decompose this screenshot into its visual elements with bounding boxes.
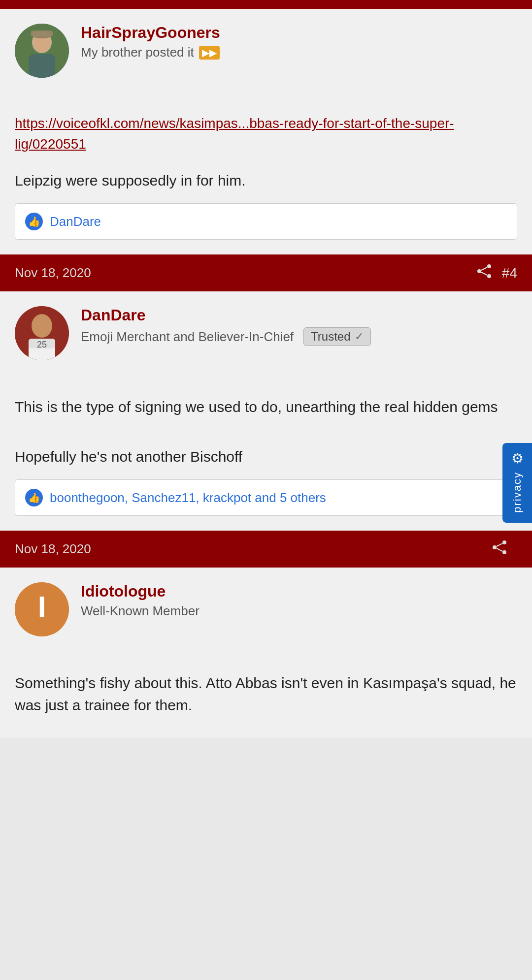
privacy-tab-container[interactable]: ⚙ privacy (502, 443, 532, 523)
post-body-dandare: This is the type of signing we used to d… (0, 381, 532, 531)
share-svg-idiotologue (492, 539, 507, 555)
subtitle-text-dandare: Emoji Merchant and Believer-In-Chief (81, 329, 294, 345)
svg-point-16 (33, 315, 51, 337)
post-tail-idiotologue (30, 646, 51, 657)
post-date-idiotologue: Nov 18, 2020 (15, 541, 91, 557)
svg-rect-5 (31, 31, 53, 36)
privacy-label: privacy (511, 472, 524, 513)
subtitle-text-hairspray: My brother posted it (81, 45, 194, 60)
reaction-names-dandare[interactable]: boonthegoon, Sanchez11, krackpot and 5 o… (50, 490, 326, 506)
post-card-hairspray: HairSprayGooners My brother posted it ▶▶… (0, 9, 532, 254)
post-text-hairspray: Leipzig were supposedly in for him. (15, 169, 517, 191)
username-dandare: DanDare (81, 306, 371, 324)
share-icon-dandare[interactable] (476, 263, 492, 283)
post-card-idiotologue: I Idiotologue Well-Known Member Somethin… (0, 568, 532, 738)
post-text2-dandare: Hopefully he's not another Bischoff (15, 445, 517, 468)
svg-point-17 (502, 540, 506, 544)
svg-text:I: I (38, 590, 46, 623)
post-text1-dandare: This is the type of signing we used to d… (15, 396, 517, 418)
share-svg-dandare (476, 263, 492, 279)
username-hairspray: HairSprayGooners (81, 24, 220, 42)
user-info-dandare: DanDare Emoji Merchant and Believer-In-C… (81, 306, 371, 346)
user-info-hairspray: HairSprayGooners My brother posted it ▶▶ (81, 24, 220, 60)
post-meta-right-dandare: #4 (476, 263, 517, 283)
username-idiotologue: Idiotologue (81, 582, 200, 601)
like-icon-hairspray: 👍 (25, 213, 43, 230)
avatar-svg-hairspray (15, 24, 69, 78)
subtitle-text-idiotologue: Well-Known Member (81, 603, 200, 619)
user-subtitle-idiotologue: Well-Known Member (81, 603, 200, 619)
svg-line-10 (481, 272, 487, 275)
user-subtitle-hairspray: My brother posted it ▶▶ (81, 45, 220, 60)
svg-rect-2 (29, 54, 55, 78)
avatar-svg-dandare: 25 (15, 306, 69, 360)
user-subtitle-dandare: Emoji Merchant and Believer-In-Chief Tru… (81, 327, 371, 346)
post-tail-dandare (30, 370, 51, 381)
post-card-dandare: 25 DanDare Emoji Merchant and Believer-I… (0, 291, 532, 531)
post-text1-idiotologue: Something's fishy about this. Atto Abbas… (15, 672, 517, 716)
forward-icon: ▶▶ (199, 46, 220, 60)
like-icon-dandare: 👍 (25, 489, 43, 506)
avatar-hairspray (15, 24, 69, 78)
user-info-idiotologue: Idiotologue Well-Known Member (81, 582, 200, 619)
svg-line-20 (497, 543, 502, 546)
post-meta-right-idiotologue (492, 539, 517, 559)
reactions-box-dandare: 👍 boonthegoon, Sanchez11, krackpot and 5… (15, 479, 517, 516)
svg-point-19 (502, 550, 506, 554)
reaction-names-hairspray[interactable]: DanDare (50, 214, 101, 229)
checkmark-icon: ✓ (355, 330, 364, 343)
post-header-hairspray: HairSprayGooners My brother posted it ▶▶ (0, 9, 532, 88)
post-meta-bar-idiotologue: Nov 18, 2020 (0, 531, 532, 568)
svg-line-21 (497, 548, 502, 551)
post-num-dandare: #4 (502, 265, 517, 281)
avatar-dandare: 25 (15, 306, 69, 360)
svg-line-9 (481, 267, 487, 270)
svg-point-18 (493, 545, 497, 549)
avatar-idiotologue: I (15, 582, 69, 636)
reactions-box-hairspray: 👍 DanDare (15, 203, 517, 240)
post-date-dandare: Nov 18, 2020 (15, 265, 91, 281)
svg-text:25: 25 (37, 340, 47, 349)
top-bar (0, 0, 532, 9)
gear-icon: ⚙ (511, 450, 524, 467)
trusted-label: Trusted (311, 330, 350, 344)
svg-point-6 (487, 264, 491, 268)
avatar-svg-idiotologue: I (15, 582, 69, 636)
post-tail-hairspray (30, 88, 51, 98)
svg-point-8 (487, 274, 491, 278)
share-icon-idiotologue[interactable] (492, 539, 507, 559)
svg-point-7 (477, 269, 481, 273)
post-body-idiotologue: Something's fishy about this. Atto Abbas… (0, 657, 532, 738)
post-body-hairspray: https://voiceofkl.com/news/kasimpas...bb… (0, 98, 532, 254)
post-link-hairspray[interactable]: https://voiceofkl.com/news/kasimpas...bb… (15, 113, 517, 155)
post-header-idiotologue: I Idiotologue Well-Known Member (0, 568, 532, 646)
trusted-badge: Trusted ✓ (303, 327, 370, 346)
post-header-dandare: 25 DanDare Emoji Merchant and Believer-I… (0, 291, 532, 370)
post-meta-bar-dandare: Nov 18, 2020 #4 (0, 254, 532, 291)
